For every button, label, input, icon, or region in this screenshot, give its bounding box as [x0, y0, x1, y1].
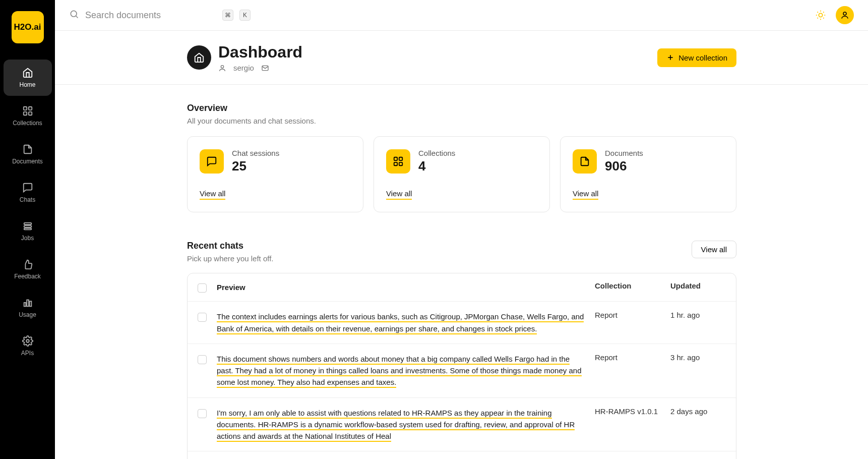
- grid-icon: [386, 149, 410, 174]
- svg-line-21: [823, 12, 824, 12]
- page-header: Dashboard sergio New collection: [55, 31, 868, 85]
- svg-rect-1: [28, 107, 31, 110]
- card-value: 25: [232, 158, 279, 174]
- user-avatar[interactable]: [836, 6, 854, 24]
- nav-label: Jobs: [21, 235, 34, 242]
- select-all-checkbox[interactable]: [198, 283, 207, 293]
- sidebar-item-collections[interactable]: Collections: [4, 98, 52, 134]
- card-label: Collections: [418, 149, 455, 157]
- chat-preview-link[interactable]: This document shows numbers and words ab…: [217, 353, 585, 388]
- mail-icon: [261, 64, 269, 72]
- svg-point-22: [843, 12, 846, 15]
- card-value: 4: [418, 158, 455, 174]
- search-wrap: ⌘ K: [69, 9, 809, 21]
- svg-point-10: [26, 339, 29, 342]
- svg-rect-29: [394, 162, 397, 165]
- svg-rect-0: [23, 107, 26, 110]
- brand-logo[interactable]: H2O.ai: [12, 11, 44, 43]
- chat-icon: [22, 182, 33, 193]
- sidebar-item-home[interactable]: Home: [4, 60, 52, 96]
- svg-point-11: [71, 11, 77, 17]
- sidebar-item-feedback[interactable]: Feedback: [4, 251, 52, 288]
- nav-label: Chats: [20, 196, 35, 203]
- search-input[interactable]: [85, 10, 216, 21]
- svg-rect-8: [27, 300, 29, 307]
- svg-rect-9: [29, 301, 31, 306]
- recent-title: Recent chats: [187, 241, 273, 251]
- content-scroll[interactable]: Overview All your documents and chat ses…: [55, 85, 868, 459]
- chat-preview-link[interactable]: The context includes earnings alerts for…: [217, 311, 585, 334]
- sidebar-item-usage[interactable]: Usage: [4, 290, 52, 326]
- file-icon: [573, 149, 597, 174]
- row-checkbox[interactable]: [198, 313, 207, 322]
- svg-line-12: [76, 16, 78, 18]
- svg-point-23: [221, 65, 223, 68]
- sidebar-item-chats[interactable]: Chats: [4, 175, 52, 211]
- svg-rect-2: [23, 112, 26, 115]
- row-checkbox[interactable]: [198, 355, 207, 364]
- home-icon: [22, 67, 33, 78]
- sidebar: H2O.ai HomeCollectionsDocumentsChatsJobs…: [0, 0, 55, 459]
- file-icon: [22, 144, 33, 155]
- main-area: ⌘ K Dashboard: [55, 0, 868, 459]
- svg-rect-30: [399, 162, 402, 165]
- overview-subtitle: All your documents and chat sessions.: [187, 117, 736, 125]
- card-label: Documents: [605, 149, 643, 157]
- nav-label: APIs: [21, 350, 34, 357]
- nav-label: Collections: [13, 120, 42, 127]
- table-row: This document shows numbers and words ab…: [188, 344, 736, 398]
- stack-icon: [22, 220, 33, 232]
- grid-icon: [22, 105, 33, 117]
- row-collection: Report: [595, 353, 660, 362]
- col-updated: Updated: [670, 281, 726, 290]
- stat-card-chat-sessions: Chat sessions 25 View all: [187, 136, 363, 212]
- svg-line-17: [823, 18, 824, 18]
- table-row: I'm sorry, I am only able to assist with…: [188, 398, 736, 452]
- stat-card-collections: Collections 4 View all: [374, 136, 550, 212]
- recent-table: Preview Collection Updated The context i…: [187, 273, 736, 459]
- user-icon: [218, 64, 226, 72]
- sidebar-item-documents[interactable]: Documents: [4, 136, 52, 173]
- svg-rect-5: [24, 225, 31, 227]
- theme-toggle-icon[interactable]: [815, 9, 827, 21]
- col-collection: Collection: [595, 281, 660, 290]
- chat-icon: [200, 149, 224, 174]
- row-collection: HR-RAMPS v1.0.1: [595, 407, 660, 416]
- chat-preview-link[interactable]: I'm sorry, I am only able to assist with…: [217, 407, 585, 442]
- sidebar-item-jobs[interactable]: Jobs: [4, 213, 52, 249]
- nav-label: Documents: [12, 158, 43, 165]
- stat-card-documents: Documents 906 View all: [560, 136, 736, 212]
- new-collection-label: New collection: [678, 53, 727, 62]
- svg-line-16: [817, 12, 818, 12]
- view-all-link[interactable]: View all: [200, 189, 225, 200]
- kbd-cmd: ⌘: [222, 10, 233, 21]
- nav-label: Usage: [19, 311, 36, 318]
- bars-icon: [22, 297, 33, 308]
- svg-line-20: [817, 18, 818, 18]
- view-all-link[interactable]: View all: [386, 189, 412, 200]
- username: sergio: [233, 64, 254, 72]
- recent-view-all-button[interactable]: View all: [692, 241, 736, 258]
- topbar: ⌘ K: [55, 0, 868, 31]
- user-row: sergio: [218, 64, 302, 72]
- nav-label: Feedback: [14, 273, 41, 280]
- sidebar-item-apis[interactable]: APIs: [4, 328, 52, 364]
- recent-subtitle: Pick up where you left off.: [187, 254, 273, 263]
- row-updated: 2 days ago: [670, 407, 726, 416]
- thumb-icon: [22, 259, 33, 270]
- row-checkbox[interactable]: [198, 409, 207, 418]
- svg-rect-27: [394, 157, 397, 160]
- card-value: 906: [605, 158, 643, 174]
- svg-rect-28: [399, 157, 402, 160]
- svg-rect-3: [28, 112, 31, 115]
- view-all-link[interactable]: View all: [573, 189, 598, 200]
- row-updated: 1 hr. ago: [670, 311, 726, 319]
- svg-rect-7: [24, 303, 26, 306]
- card-label: Chat sessions: [232, 149, 279, 157]
- new-collection-button[interactable]: New collection: [657, 48, 736, 67]
- nav-label: Home: [19, 81, 35, 88]
- kbd-k: K: [239, 10, 251, 21]
- svg-point-13: [819, 13, 822, 17]
- table-row: An Initiator in the HR-RAMPS system is r…: [188, 451, 736, 459]
- overview-title: Overview: [187, 103, 736, 113]
